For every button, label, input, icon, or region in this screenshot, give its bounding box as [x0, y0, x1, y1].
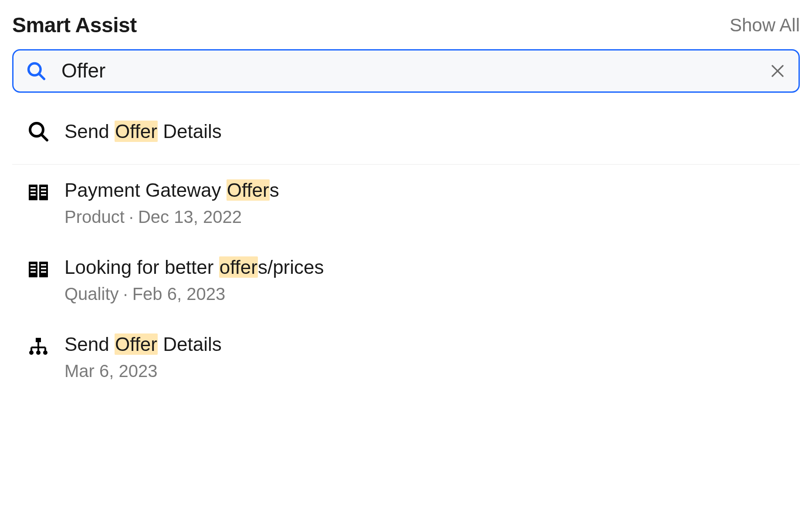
svg-rect-22 [36, 338, 41, 342]
search-result-item[interactable]: Payment Gateway Offers Product·Dec 13, 2… [12, 165, 800, 242]
svg-rect-16 [30, 264, 36, 266]
svg-line-1 [39, 74, 44, 79]
svg-rect-21 [41, 271, 46, 273]
book-icon [28, 182, 49, 203]
svg-point-30 [43, 350, 47, 355]
search-result-item[interactable]: Looking for better offers/prices Quality… [12, 242, 800, 319]
svg-rect-14 [29, 262, 37, 277]
result-title: Payment Gateway Offers [64, 179, 279, 201]
svg-rect-7 [39, 185, 48, 200]
show-all-link[interactable]: Show All [730, 15, 800, 36]
page-title: Smart Assist [12, 13, 137, 37]
result-content: Looking for better offers/prices Quality… [64, 256, 324, 304]
svg-rect-6 [29, 185, 37, 200]
svg-line-5 [42, 135, 47, 140]
search-icon [28, 121, 49, 142]
svg-rect-11 [41, 187, 46, 189]
svg-rect-20 [41, 268, 46, 269]
clear-icon[interactable] [770, 63, 785, 79]
svg-rect-12 [41, 191, 46, 192]
result-meta: Product·Dec 13, 2022 [64, 207, 279, 227]
hierarchy-icon [28, 336, 49, 357]
search-dropdown: Send Offer Details Payment Gateway Offer… [12, 99, 800, 396]
book-icon [28, 259, 49, 280]
search-icon [27, 61, 46, 81]
suggestion-text: Send Offer Details [64, 121, 222, 142]
svg-rect-18 [30, 271, 36, 273]
result-meta: Quality·Feb 6, 2023 [64, 284, 324, 304]
svg-point-29 [36, 350, 41, 355]
result-meta: Mar 6, 2023 [64, 361, 222, 381]
svg-rect-13 [41, 194, 46, 195]
svg-rect-9 [30, 191, 36, 192]
result-title: Looking for better offers/prices [64, 256, 324, 278]
svg-point-28 [29, 350, 34, 355]
svg-rect-10 [30, 194, 36, 195]
result-content: Send Offer Details Mar 6, 2023 [64, 333, 222, 381]
search-result-item[interactable]: Send Offer Details Mar 6, 2023 [12, 319, 800, 396]
search-suggestion[interactable]: Send Offer Details [12, 99, 800, 165]
svg-rect-15 [39, 262, 48, 277]
svg-rect-8 [30, 187, 36, 189]
svg-rect-19 [41, 264, 46, 266]
result-content: Payment Gateway Offers Product·Dec 13, 2… [64, 179, 279, 227]
result-title: Send Offer Details [64, 333, 222, 355]
svg-rect-17 [30, 268, 36, 269]
search-box[interactable] [12, 49, 800, 93]
search-input[interactable] [61, 59, 770, 84]
header: Smart Assist Show All [12, 13, 800, 37]
